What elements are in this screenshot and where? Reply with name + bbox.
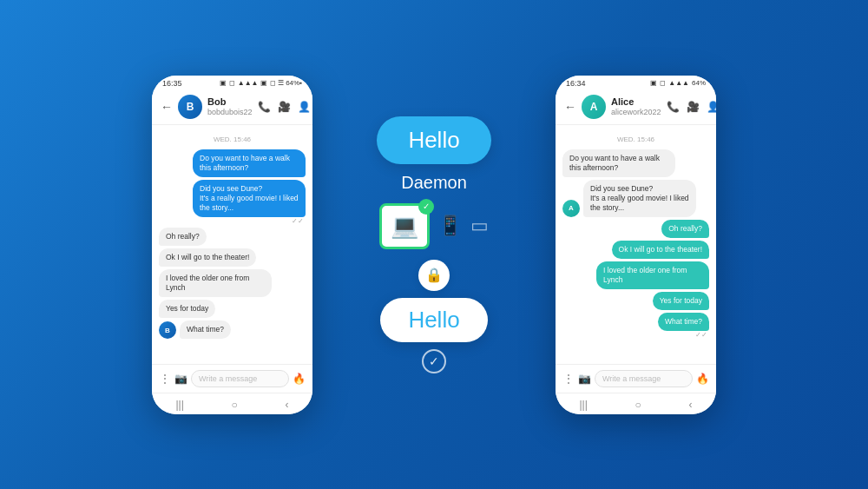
back-arrow-left[interactable]: ← xyxy=(161,100,173,114)
table-row: Oh really? xyxy=(562,220,709,238)
table-row: Oh really? xyxy=(159,228,306,246)
left-date-divider: WED. 15:46 xyxy=(159,135,306,143)
right-contact-username: alicework2022 xyxy=(611,108,661,116)
left-phone: 16:35 ▣ ◻ ▲▲▲ ▣ ◻ ☰ 64%▪ ← B Bob bobdubo… xyxy=(152,76,312,414)
left-contact-username: bobdubois22 xyxy=(207,108,253,116)
check-badge: ✓ xyxy=(418,199,434,215)
left-message-input[interactable]: Write a message xyxy=(191,370,289,387)
table-row: Ok I will go to the theater! xyxy=(159,248,306,267)
video-icon-right[interactable]: 🎥 xyxy=(687,101,700,113)
devices-row: ✓ 💻 📱 ▭ xyxy=(379,203,489,249)
list-item: Ok I will go to the theater! xyxy=(612,241,709,259)
laptop-icon: 💻 xyxy=(391,213,418,239)
left-header-icons: 📞 🎥 👤 xyxy=(258,101,311,113)
left-time: 16:35 xyxy=(162,79,182,88)
middle-section: Hello Daemon ✓ 💻 📱 ▭ 🔒 Hello ✓ xyxy=(312,76,556,414)
call-icon-right[interactable]: 📞 xyxy=(667,101,680,113)
emoji-icon-left[interactable]: 🔥 xyxy=(293,373,306,385)
left-contact-name: Bob xyxy=(207,96,253,108)
table-row: I loved the older one from Lynch xyxy=(159,269,306,297)
nav-home-right[interactable]: ○ xyxy=(635,399,641,411)
table-row: Yes for today xyxy=(159,300,306,318)
left-chat-body: WED. 15:46 Do you want to have a walk th… xyxy=(152,125,312,364)
table-row: Do you want to have a walk this afternoo… xyxy=(562,149,709,177)
left-contact-info: Bob bobdubois22 xyxy=(207,96,253,116)
table-row: Yes for today xyxy=(562,292,709,310)
list-item: What time? xyxy=(658,313,709,331)
table-row: B What time? xyxy=(159,320,306,339)
right-message-input[interactable]: Write a message xyxy=(595,370,693,387)
profile-icon-right[interactable]: 👤 xyxy=(707,101,716,113)
hello-bubble-bottom: Hello xyxy=(380,298,487,342)
table-row: Do you want to have a walk this afternoo… xyxy=(159,149,306,177)
left-avatar: B xyxy=(178,95,202,119)
daemon-label: Daemon xyxy=(401,173,467,193)
camera-icon-right[interactable]: 📷 xyxy=(578,373,591,385)
left-phone-header: ← B Bob bobdubois22 📞 🎥 👤 xyxy=(152,89,312,125)
check-circle-bottom: ✓ xyxy=(422,349,446,373)
left-status-bar: 16:35 ▣ ◻ ▲▲▲ ▣ ◻ ☰ 64%▪ xyxy=(152,76,312,89)
small-avatar-left: B xyxy=(159,321,176,339)
profile-icon-left[interactable]: 👤 xyxy=(298,101,311,113)
camera-icon-left[interactable]: 📷 xyxy=(174,373,187,385)
phone-device-icon: 📱 xyxy=(438,215,462,237)
check-mark: ✓✓ xyxy=(292,217,304,225)
video-icon-left[interactable]: 🎥 xyxy=(278,101,291,113)
right-contact-info: Alice alicework2022 xyxy=(611,96,661,116)
list-item: I loved the older one from Lynch xyxy=(596,261,709,289)
right-phone: 16:34 ▣ ◻ ▲▲▲ 64% ← A Alice alicework202… xyxy=(556,76,716,414)
main-container: 16:35 ▣ ◻ ▲▲▲ ▣ ◻ ☰ 64%▪ ← B Bob bobdubo… xyxy=(0,0,868,489)
table-row: Ok I will go to the theater! xyxy=(562,241,709,259)
table-row: Did you see Dune?It's a really good movi… xyxy=(159,180,306,225)
nav-menu-right[interactable]: ||| xyxy=(579,399,587,411)
check-mark-right: ✓✓ xyxy=(695,331,707,339)
nav-menu-left[interactable]: ||| xyxy=(175,399,183,411)
laptop-device: ✓ 💻 xyxy=(379,203,430,249)
right-time: 16:34 xyxy=(566,79,586,88)
small-avatar-right: A xyxy=(562,200,580,217)
list-item: Ok I will go to the theater! xyxy=(159,248,256,267)
table-row: I loved the older one from Lynch xyxy=(562,261,709,289)
lock-bubble: 🔒 xyxy=(418,260,450,291)
right-header-icons: 📞 🎥 👤 xyxy=(667,101,716,113)
right-status-icons: ▣ ◻ ▲▲▲ 64% xyxy=(650,79,706,87)
table-row: A Did you see Dune?It's a really good mo… xyxy=(562,180,709,217)
list-item: What time? xyxy=(180,320,231,339)
right-avatar: A xyxy=(582,95,606,119)
nav-home-left[interactable]: ○ xyxy=(232,399,238,411)
nav-back-left[interactable]: ‹ xyxy=(286,399,289,411)
left-nav-bar: ||| ○ ‹ xyxy=(152,393,312,414)
right-status-bar: 16:34 ▣ ◻ ▲▲▲ 64% xyxy=(556,76,716,89)
back-arrow-right[interactable]: ← xyxy=(564,100,576,114)
right-nav-bar: ||| ○ ‹ xyxy=(556,393,716,414)
list-item: Do you want to have a walk this afternoo… xyxy=(193,149,306,177)
right-chat-body: WED. 15:46 Do you want to have a walk th… xyxy=(556,125,716,364)
list-item: Oh really? xyxy=(159,228,207,246)
lock-icon: 🔒 xyxy=(425,267,443,283)
list-item: Yes for today xyxy=(653,292,709,310)
call-icon-left[interactable]: 📞 xyxy=(258,101,271,113)
right-date-divider: WED. 15:46 xyxy=(562,135,709,143)
right-contact-name: Alice xyxy=(611,96,661,108)
left-status-icons: ▣ ◻ ▲▲▲ ▣ ◻ ☰ 64%▪ xyxy=(220,79,302,87)
list-item: I loved the older one from Lynch xyxy=(159,269,272,297)
list-item: Do you want to have a walk this afternoo… xyxy=(562,149,675,177)
emoji-icon-right[interactable]: 🔥 xyxy=(696,373,709,385)
list-item: Did you see Dune?It's a really good movi… xyxy=(193,180,306,217)
tablet-device-icon: ▭ xyxy=(470,215,489,237)
menu-dots-left[interactable]: ⋮ xyxy=(159,372,171,386)
nav-back-right[interactable]: ‹ xyxy=(689,399,693,411)
list-item: Yes for today xyxy=(159,300,215,318)
list-item: Did you see Dune?It's a really good movi… xyxy=(583,180,696,217)
right-phone-header: ← A Alice alicework2022 📞 🎥 👤 xyxy=(556,89,716,125)
left-input-bar: ⋮ 📷 Write a message 🔥 xyxy=(152,364,312,393)
table-row: What time? ✓✓ xyxy=(562,313,709,339)
right-input-bar: ⋮ 📷 Write a message 🔥 xyxy=(556,364,716,393)
hello-bubble-top: Hello xyxy=(377,116,490,164)
list-item: Oh really? xyxy=(661,220,709,238)
menu-dots-right[interactable]: ⋮ xyxy=(562,372,575,386)
